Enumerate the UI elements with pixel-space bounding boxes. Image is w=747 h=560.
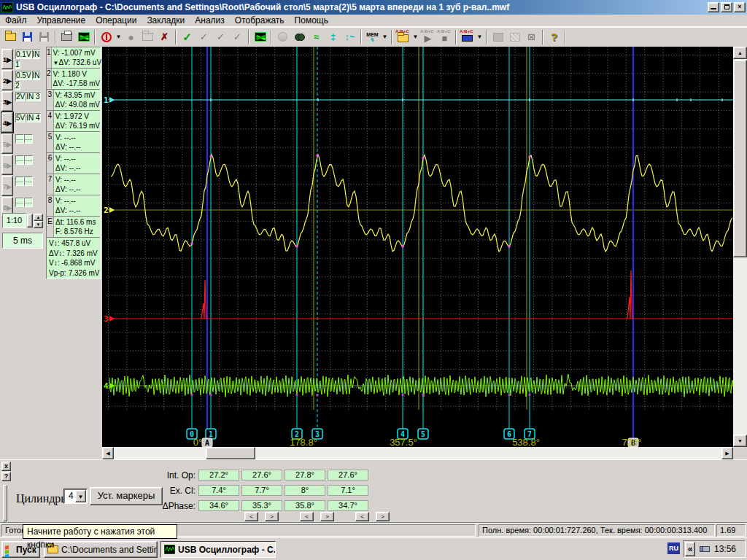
scroll-up-button[interactable]: ▲ (733, 47, 747, 59)
language-indicator[interactable]: RU (667, 542, 680, 554)
print-button[interactable] (58, 29, 75, 45)
cylinders-select[interactable]: 4▼ (63, 489, 88, 504)
channel-4-range[interactable]: 5V (15, 113, 26, 122)
menu-help[interactable]: Помощь (290, 15, 333, 26)
abc-display-dropdown[interactable]: ▼ (476, 29, 484, 45)
cyl2-next-button[interactable]: > (265, 512, 279, 521)
save-button[interactable] (19, 29, 36, 45)
svg-text:1: 1 (104, 96, 109, 105)
abc-stop-button[interactable]: A:B+C■ (436, 29, 453, 45)
abc-display-button[interactable]: A:B+C (459, 29, 476, 45)
task-explorer-window[interactable]: C:\Documents and Settin... (44, 541, 158, 558)
menu-bookmarks[interactable]: Закладки (142, 15, 190, 26)
channel-5-range[interactable]: --- (15, 134, 24, 144)
memory-dropdown[interactable]: ▼ (381, 29, 389, 45)
xy-mode-button[interactable] (252, 29, 268, 45)
check-forward-button[interactable]: ✓ (229, 29, 246, 45)
web-button[interactable] (274, 29, 291, 45)
channel-6-button[interactable]: 6▶ (1, 155, 13, 175)
pane-clear-icon: ⊠ (527, 31, 535, 42)
tray-collapse-button[interactable]: « (685, 542, 695, 556)
channel-3-range[interactable]: 2V (15, 92, 26, 101)
vertical-scrollbar[interactable]: ▲ ▼ (733, 47, 747, 447)
horizontal-scrollbar[interactable]: ◀ ▶ (102, 447, 733, 459)
channel-8-input[interactable]: --- (24, 198, 33, 207)
abc-open-dropdown[interactable]: ▼ (411, 29, 419, 45)
record-button[interactable]: ● (123, 29, 139, 45)
capture-button[interactable] (139, 29, 156, 45)
channel-6-range[interactable]: --- (15, 155, 24, 165)
vertical-markers-button[interactable]: ‡ (325, 29, 341, 45)
channel-3-button[interactable]: 3▶ (1, 91, 13, 112)
channel-1-button[interactable]: 1▶ (1, 49, 13, 69)
combo-dropdown-icon[interactable]: ▼ (75, 490, 86, 502)
vertical-scroll-thumb[interactable] (733, 60, 747, 257)
channel-2-range[interactable]: 0.5V (15, 71, 32, 80)
power-stop-button[interactable] (98, 29, 115, 45)
delete-button[interactable]: ✗ (156, 29, 173, 45)
print-preview-button[interactable] (75, 29, 92, 45)
dphase-cyl1: 34.6° (198, 500, 239, 511)
measure-signal-button[interactable]: ≈ (308, 29, 325, 45)
memory-button[interactable]: MEM↯ (364, 29, 381, 45)
abc-open-button[interactable]: A:B+C (395, 29, 411, 45)
scroll-down-button[interactable]: ▼ (733, 435, 747, 447)
menu-control[interactable]: Управление (32, 15, 91, 26)
scope-display[interactable]: 123401234567AB0°178.8°357.5°538.8°720° (102, 47, 733, 447)
apply-button[interactable]: ✓ (179, 29, 196, 45)
save-as-button[interactable] (36, 29, 53, 45)
menu-analysis[interactable]: Анализ (190, 15, 230, 26)
cyl2-prev-button[interactable]: < (244, 512, 258, 521)
task-oscilloscope-window[interactable]: USB Осциллограф - C... (160, 541, 276, 558)
channel-4-input[interactable]: IN 4 (26, 113, 40, 122)
help-button[interactable]: ? (546, 29, 562, 45)
pane-clear-button[interactable]: ⊠ (523, 29, 540, 45)
channel-7-input[interactable]: --- (24, 176, 33, 186)
channel-4-button[interactable]: 4▶ (1, 112, 13, 133)
open-file-button[interactable] (2, 29, 19, 45)
channel-5-button[interactable]: 5▶ (1, 133, 13, 154)
menu-display[interactable]: Отображать (230, 15, 290, 26)
check-down-button[interactable]: ✓ (196, 29, 212, 45)
channel-6-input[interactable]: --- (24, 155, 33, 165)
channel-5-input[interactable]: --- (24, 134, 33, 144)
channel-3-input[interactable]: IN 3 (26, 92, 40, 101)
menu-file[interactable]: Файл (0, 15, 32, 26)
channel-1-range[interactable]: 0.1V (15, 50, 32, 59)
channel-2-button[interactable]: 2▶ (1, 70, 13, 90)
probe-down-button[interactable]: ▼ (34, 221, 43, 228)
cyl3-prev-button[interactable]: < (300, 512, 314, 521)
power-dropdown[interactable]: ▼ (115, 29, 123, 45)
probe-up-button[interactable]: ▲ (34, 214, 43, 221)
panel-help-button[interactable]: ? (1, 472, 11, 481)
cyl3-next-button[interactable]: > (320, 512, 334, 521)
panel-drag-handle[interactable] (3, 485, 7, 521)
measure-dv: ΔV: 732.6 uV (58, 58, 101, 66)
timebase-field[interactable]: 5 ms (2, 233, 43, 249)
abc-play-button[interactable]: A:B+C▶ (419, 29, 436, 45)
cyl4-prev-button[interactable]: < (355, 512, 369, 521)
scroll-left-button[interactable]: ◀ (102, 447, 114, 459)
search-button[interactable] (291, 29, 308, 45)
close-button[interactable]: × (734, 2, 746, 12)
int-op-cyl2: 27.6° (241, 470, 282, 481)
channel-8-range[interactable]: --- (15, 198, 24, 207)
channel-7-range[interactable]: --- (15, 176, 24, 186)
probe-small-button[interactable] (27, 214, 33, 228)
marker-curves-button[interactable]: ↕~ (341, 29, 358, 45)
pane-button[interactable] (489, 29, 506, 45)
minimize-button[interactable] (708, 2, 719, 12)
menu-operations[interactable]: Операции (90, 15, 142, 26)
scroll-right-button[interactable]: ▶ (721, 447, 733, 459)
restore-button[interactable] (721, 2, 732, 12)
channel-7-button[interactable]: 7▶ (1, 176, 13, 196)
windows-logo-icon (5, 545, 13, 554)
channel-panel: 1▶ 0.1VIN 1 2▶ 0.5VIN 2 3▶ 2VIN 3 4▶ 5VI… (0, 47, 45, 459)
panel-close-button[interactable]: x (1, 462, 11, 471)
check-double-button[interactable]: ✓ (212, 29, 229, 45)
cyl4-next-button[interactable]: > (376, 512, 390, 521)
scope-plot[interactable]: 123401234567AB0°178.8°357.5°538.8°720° (102, 47, 733, 447)
probe-ratio-field[interactable]: 1:10 (2, 213, 26, 228)
pane-pattern-button[interactable] (506, 29, 523, 45)
horizontal-scroll-thumb[interactable] (206, 447, 255, 459)
